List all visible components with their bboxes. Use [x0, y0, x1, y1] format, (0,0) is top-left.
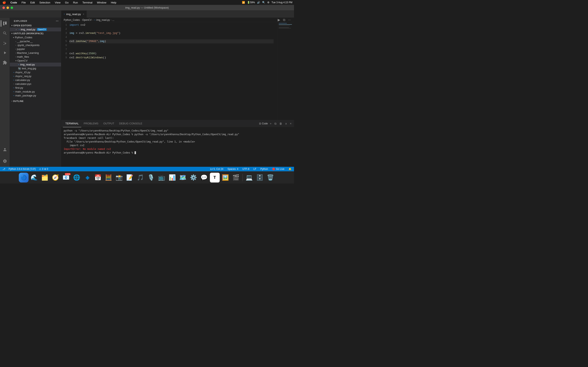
dock-zoom[interactable]: 🎬 — [231, 173, 241, 183]
file-calculator-pyc[interactable]: ~ calculator.pyc — [10, 82, 61, 86]
menu-code[interactable]: Code — [9, 1, 18, 4]
status-language[interactable]: Python — [259, 167, 269, 170]
file-img-read[interactable]: ~ img_read.py — [10, 63, 61, 67]
folder-ipynb[interactable]: › .ipynb_checkpoints — [10, 43, 61, 47]
dock-chrome[interactable]: 🌐 — [72, 173, 82, 183]
maximize-button[interactable] — [11, 7, 13, 9]
menu-run[interactable]: Run — [72, 1, 79, 4]
folder-python-codes[interactable]: ▾ Python_Codes — [10, 35, 61, 39]
status-spaces[interactable]: Spaces: 4 — [227, 167, 239, 170]
menu-go[interactable]: Go — [64, 1, 69, 4]
activity-settings[interactable] — [1, 157, 9, 165]
file-test-img[interactable]: 📷 test_img.jpg — [10, 67, 61, 70]
menu-edit[interactable]: Edit — [29, 1, 35, 4]
tab-img-read[interactable]: ~ img_read.py × — [61, 11, 87, 18]
menu-help[interactable]: Help — [110, 1, 117, 4]
maximize-panel-button[interactable]: ∧ — [284, 122, 288, 125]
control-center-icon[interactable]: ⚙ — [267, 1, 269, 4]
open-editor-img-read[interactable]: × ~ img_read.py OpenCV — [10, 27, 61, 31]
new-terminal-button[interactable]: + — [269, 122, 272, 125]
folder-opencv[interactable]: ▾ OpenCV — [10, 59, 61, 63]
run-file-button[interactable]: ▶ — [277, 18, 281, 22]
folder-machine-learning[interactable]: › Machine_Learning — [10, 51, 61, 55]
dock-finder2[interactable]: 🗄️ — [255, 173, 265, 183]
breadcrumb-filename[interactable]: img_read.py — [96, 18, 110, 21]
dock-whatsapp[interactable]: 💬 — [199, 173, 209, 183]
terminal-content[interactable]: python -u "/Users/aryannkhanna/Desktop/P… — [61, 127, 294, 167]
dock-photos[interactable]: 📸 — [114, 173, 124, 183]
file-calculator[interactable]: ~ calculator.py — [10, 78, 61, 82]
dock-music[interactable]: 🎵 — [136, 173, 145, 183]
dock-preview[interactable]: 🖼️ — [221, 173, 230, 183]
split-editor-button[interactable]: ⧉ — [282, 18, 286, 22]
status-line-ending[interactable]: LF — [252, 167, 257, 170]
status-errors[interactable]: ⚠ 0 ⊗ 0 — [38, 167, 49, 170]
open-editors-section[interactable]: ▾ OPEN EDITORS — [10, 24, 61, 27]
tab-terminal[interactable]: TERMINAL — [63, 120, 81, 127]
dock-podcasts[interactable]: 🎙️ — [146, 173, 156, 183]
sidebar-more-actions[interactable]: ··· — [56, 19, 59, 23]
tab-close-button[interactable]: × — [83, 13, 84, 15]
dock-trash[interactable]: 🗑️ — [266, 173, 276, 183]
status-python-version[interactable]: Python 3.9.4 64-bit ('3.9') — [8, 167, 36, 170]
activity-search[interactable] — [1, 29, 9, 37]
outline-section[interactable]: › OUTLINE — [10, 99, 61, 103]
dock-maps[interactable]: 🗺️ — [178, 173, 188, 183]
breadcrumb-opencv[interactable]: OpenCV — [82, 18, 92, 21]
menu-file[interactable]: File — [21, 1, 27, 4]
folder-jupyter[interactable]: › jupyter — [10, 47, 61, 51]
file-async-io[interactable]: ~ Async_IO.py — [10, 70, 61, 74]
kill-terminal-button[interactable]: 🗑 — [278, 122, 283, 125]
dock-numbers[interactable]: 📊 — [167, 173, 177, 183]
split-terminal-button[interactable]: ⧉ — [274, 122, 277, 126]
file-main-module[interactable]: ~ main_module.py — [10, 90, 61, 94]
tab-debug-console[interactable]: DEBUG CONSOLE — [117, 120, 145, 127]
apple-menu[interactable]: 🍎 — [2, 0, 7, 4]
menu-view[interactable]: View — [54, 1, 61, 4]
close-panel-button[interactable]: × — [289, 122, 292, 125]
dock-mail[interactable]: 📧 4,629 — [61, 173, 71, 183]
dock-system-preferences[interactable]: ⚙️ — [189, 173, 199, 183]
status-go-live[interactable]: 🔴 Go Live — [271, 167, 285, 170]
dock-terminal[interactable]: 💻 — [244, 173, 254, 183]
code-area[interactable]: 1 2 3 4 5 6 7 8 9 import cv2 img = cv — [61, 22, 278, 120]
menu-terminal[interactable]: Terminal — [82, 1, 93, 4]
menu-window[interactable]: Window — [96, 1, 107, 4]
breadcrumb-python-codes[interactable]: Python_Codes — [64, 18, 80, 21]
dock-tv[interactable]: 📺 — [157, 173, 167, 183]
dock-launchpad[interactable]: 🗂️ — [40, 173, 50, 183]
minimize-button[interactable] — [7, 7, 9, 9]
activity-source-control[interactable] — [1, 39, 9, 47]
activity-explorer[interactable] — [1, 19, 9, 27]
dock-safari[interactable]: 🧭 — [51, 173, 61, 183]
folder-pycache[interactable]: › __pycache__ — [10, 39, 61, 43]
dock-vscode-dock[interactable]: ◈ — [82, 173, 92, 183]
status-branch[interactable]: ⎇ — [2, 167, 6, 170]
close-button[interactable] — [2, 7, 5, 9]
search-menubar-icon[interactable]: 🔍 — [262, 1, 265, 4]
folder-math-files[interactable]: › math_files — [10, 55, 61, 59]
status-notifications[interactable]: 🔔 — [288, 167, 292, 170]
dock-textedit[interactable]: T — [210, 173, 220, 183]
status-cursor-pos[interactable]: Ln 5, Col 24 — [209, 167, 224, 170]
menu-selection[interactable]: Selection — [39, 1, 51, 4]
breadcrumb-dots[interactable]: ... — [112, 18, 114, 21]
dock-notes[interactable]: 📝 — [125, 173, 135, 183]
tab-problems[interactable]: PROBLEMS — [81, 120, 101, 127]
tab-output[interactable]: OUTPUT — [101, 120, 117, 127]
editor-close-icon[interactable]: × — [16, 28, 17, 31]
dock-siri[interactable]: 🌊 — [29, 173, 39, 183]
dock-finder[interactable]: 🔵 — [19, 173, 29, 183]
file-async-req[interactable]: ~ Async_req.py — [10, 74, 61, 78]
more-editor-actions[interactable]: ··· — [287, 18, 292, 22]
workspace-section[interactable]: ▾ UNTITLED (WORKSPACE) — [10, 31, 61, 35]
dock-calculator[interactable]: 🧮 — [104, 173, 113, 183]
activity-run[interactable] — [1, 49, 9, 57]
file-first[interactable]: ~ first.py — [10, 86, 61, 90]
status-encoding[interactable]: UTF-8 — [242, 167, 250, 170]
dock-calendar[interactable]: 📅 — [93, 173, 103, 183]
activity-account[interactable] — [1, 146, 9, 154]
activity-extensions[interactable] — [1, 58, 9, 67]
file-main-package[interactable]: ~ main_package.py — [10, 94, 61, 98]
code-lines[interactable]: import cv2 img = cv2.imread("test_img.jp… — [69, 23, 278, 120]
